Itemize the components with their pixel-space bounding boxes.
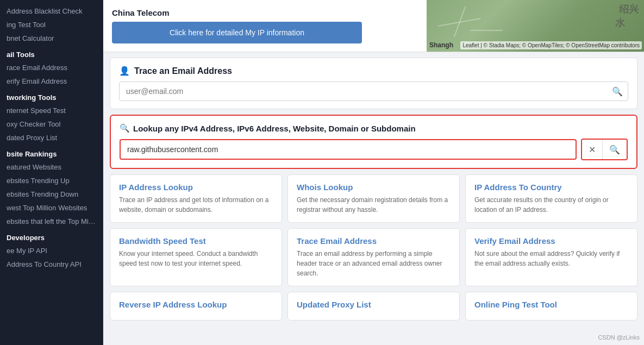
tool-card-desc: Get accurate results on the country of o…: [474, 195, 628, 215]
ip-lookup-section: 🔍 Lookup any IPv4 Address, IPv6 Address,…: [110, 115, 637, 169]
sidebar-section-title: tworking Tools: [0, 88, 103, 104]
sidebar-item-speed-test[interactable]: nternet Speed Test: [0, 104, 103, 117]
tool-card-desc: Get the necessary domain registration de…: [297, 195, 451, 215]
map-road: [437, 18, 480, 27]
map-panel: 绍兴 水 Shangh Leaflet | © Stadia Maps; © O…: [427, 0, 644, 52]
tool-card-trace-email[interactable]: Trace Email Address Trace an email addre…: [287, 228, 460, 286]
map-city-label: Shangh: [429, 41, 453, 49]
sidebar-section-title: Developers: [0, 228, 103, 244]
map-text2: 水: [615, 16, 625, 29]
tool-card-proxy-list[interactable]: Updated Proxy List: [287, 292, 460, 321]
ip-search-right: ✕ 🔍: [581, 139, 628, 160]
sidebar-item-proxy-checker[interactable]: oxy Checker Tool: [0, 117, 103, 131]
trace-email-header: 👤 Trace an Email Address: [119, 66, 628, 76]
tool-card-ip-lookup[interactable]: IP Address Lookup Trace an IP address an…: [110, 174, 282, 223]
ip-search-button[interactable]: 🔍: [603, 140, 627, 159]
tool-card-title: Verify Email Address: [474, 236, 628, 246]
sidebar-section-title: ail Tools: [0, 45, 103, 61]
tool-card-title: Online Ping Test Tool: [474, 300, 628, 309]
ip-search-input-wrap: [120, 139, 577, 160]
sidebar-item-verify-email[interactable]: erify Email Address: [0, 74, 103, 88]
tool-card-reverse-ip[interactable]: Reverse IP Address Lookup: [110, 292, 282, 321]
sidebar-item-proxy-list[interactable]: dated Proxy List: [0, 131, 103, 145]
sidebar-item-top-million[interactable]: west Top Million Websites: [0, 201, 103, 215]
tool-card-desc: Know your internet speed. Conduct a band…: [119, 249, 273, 268]
tool-card-title: Trace Email Address: [297, 236, 451, 246]
watermark: CSDN @zLinks: [598, 334, 640, 341]
tool-card-bandwidth[interactable]: Bandwidth Speed Test Know your internet …: [110, 228, 282, 286]
ip-lookup-title: Lookup any IPv4 Address, IPv6 Address, W…: [133, 124, 416, 133]
tool-card-title: Whois Lookup: [297, 183, 451, 192]
email-search-button[interactable]: 🔍: [612, 86, 623, 97]
sidebar-item-trending-up[interactable]: ebsites Trending Up: [0, 174, 103, 187]
ip-detail-button[interactable]: Click here for detailed My IP informatio…: [112, 22, 362, 43]
tool-card-title: IP Address Lookup: [119, 183, 273, 192]
tools-cards-grid: IP Address Lookup Trace an IP address an…: [110, 174, 637, 321]
ip-search-row: ✕ 🔍: [120, 139, 628, 160]
ip-lookup-header: 🔍 Lookup any IPv4 Address, IPv6 Address,…: [120, 123, 628, 133]
top-ip-section: China Telecom Click here for detailed My…: [103, 0, 644, 52]
tool-card-desc: Trace an email address by performing a s…: [297, 249, 451, 278]
email-search-wrap: 🔍: [119, 81, 628, 101]
trace-email-title: Trace an Email Address: [134, 66, 232, 76]
main-content: China Telecom Click here for detailed My…: [103, 0, 644, 345]
tool-card-title: IP Address To Country: [474, 183, 628, 192]
search-icon: 🔍: [120, 123, 130, 133]
trace-email-section: 👤 Trace an Email Address 🔍: [110, 58, 637, 109]
map-road: [470, 30, 503, 31]
tool-card-title: Bandwidth Speed Test: [119, 236, 273, 246]
sidebar-item-my-ip-api[interactable]: ee My IP API: [0, 244, 103, 258]
map-attribution: Leaflet | © Stadia Maps; © OpenMapTiles;…: [460, 41, 642, 49]
ip-clear-button[interactable]: ✕: [582, 140, 603, 159]
tool-card-whois[interactable]: Whois Lookup Get the necessary domain re…: [287, 174, 460, 223]
ip-search-input[interactable]: [121, 140, 576, 159]
sidebar-item[interactable]: Address Blacklist Check: [0, 4, 103, 18]
sidebar-item-featured[interactable]: eatured Websites: [0, 160, 103, 174]
sidebar-item[interactable]: ing Test Tool: [0, 18, 103, 32]
tool-card-title: Reverse IP Address Lookup: [119, 300, 273, 309]
tool-card-ip-country[interactable]: IP Address To Country Get accurate resul…: [465, 174, 637, 223]
sidebar-section-title: bsite Rankings: [0, 145, 103, 160]
person-icon: 👤: [119, 66, 130, 76]
tool-card-title: Updated Proxy List: [297, 300, 451, 309]
ip-info-panel: China Telecom Click here for detailed My…: [103, 0, 427, 52]
tool-card-verify-email[interactable]: Verify Email Address Not sure about the …: [465, 228, 637, 286]
sidebar-item-country-api[interactable]: Address To Country API: [0, 258, 103, 271]
tool-card-desc: Not sure about the email address? Quickl…: [474, 249, 628, 268]
sidebar-item-trace-email[interactable]: race Email Address: [0, 61, 103, 74]
sidebar-item-trending-down[interactable]: ebsites Trending Down: [0, 187, 103, 201]
email-search-input[interactable]: [119, 81, 628, 101]
map-text: 绍兴: [619, 3, 639, 16]
ip-location-text: China Telecom: [112, 8, 418, 17]
tool-card-ping[interactable]: Online Ping Test Tool: [465, 292, 637, 321]
sidebar-item-left-million[interactable]: ebsites that left the Top Million: [0, 215, 103, 228]
tool-card-desc: Trace an IP address and get lots of info…: [119, 195, 273, 215]
sidebar: Address Blacklist Check ing Test Tool bn…: [0, 0, 103, 345]
sidebar-item[interactable]: bnet Calculator: [0, 32, 103, 45]
